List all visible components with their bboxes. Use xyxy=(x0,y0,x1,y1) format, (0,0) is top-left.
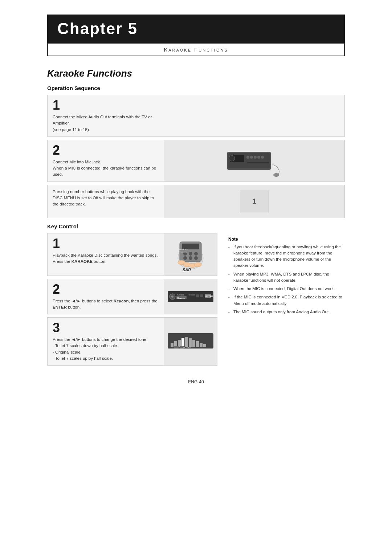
page: Chapter 5 Karaoke Functions Karaoke Func… xyxy=(47,15,345,523)
section-key-control: Key Control xyxy=(47,223,345,229)
key-step-3: 3 Press the ◄/► buttons to change the de… xyxy=(47,317,217,366)
svg-rect-47 xyxy=(196,341,199,347)
note-item-2: When playing MP3, WMA, DTS and LPCM disc… xyxy=(228,271,345,284)
svg-rect-43 xyxy=(181,338,184,347)
svg-rect-40 xyxy=(171,343,173,347)
svg-point-20 xyxy=(194,256,198,260)
key-step-1: 1 Playback the Karaoke Disc containing t… xyxy=(47,233,217,276)
svg-point-8 xyxy=(261,156,264,159)
chapter-subtitle: Karaoke Functions xyxy=(47,43,345,56)
op-step-2: 2 Connect Mic into Mic jack.When a MIC i… xyxy=(47,140,345,182)
page-number: ENG-40 xyxy=(47,379,345,384)
note-list: If you hear feedback(squealing or howlin… xyxy=(228,244,345,315)
svg-rect-9 xyxy=(247,162,269,163)
svg-text:SUBTITLE: SUBTITLE xyxy=(180,251,187,253)
tone-illustration: RETURN xyxy=(167,321,214,362)
section-operation-sequence: Operation Sequence xyxy=(47,85,345,91)
svg-point-16 xyxy=(189,252,192,256)
two-column-layout: 1 Playback the Karaoke Disc containing t… xyxy=(47,233,345,369)
op-step-2-image xyxy=(164,140,344,182)
number-illustration: 1 xyxy=(167,188,342,215)
note-item-4: If the MIC is connected in VCD 2.0, Play… xyxy=(228,294,345,307)
svg-point-4 xyxy=(246,156,249,159)
svg-point-3 xyxy=(229,155,235,161)
op-step-1: 1 Connect the Mixed Audio Out terminals … xyxy=(47,95,345,137)
svg-point-26 xyxy=(194,262,201,267)
svg-point-5 xyxy=(250,156,253,159)
svg-rect-46 xyxy=(192,340,195,347)
svg-text:Keycon: Keycon xyxy=(177,297,185,299)
svg-point-17 xyxy=(194,252,198,256)
svg-text:Request: Request xyxy=(188,294,195,296)
svg-text:ENTER: ENTER xyxy=(205,295,213,297)
svg-text:RETURN: RETURN xyxy=(183,346,191,349)
key-step-3-left: 3 Press the ◄/► buttons to change the de… xyxy=(48,318,164,365)
key-step-2-left: 2 Press the ◄/► buttons to select Keycon… xyxy=(48,279,164,314)
svg-point-10 xyxy=(273,173,279,177)
svg-point-7 xyxy=(257,156,260,159)
svg-text:KARAOKE: KARAOKE xyxy=(179,248,188,250)
key-step-3-image: RETURN xyxy=(164,318,217,365)
key-step-1-text: Playback the Karaoke Disc containing the… xyxy=(53,252,159,265)
svg-rect-45 xyxy=(189,338,192,347)
svg-text:Keycon: Keycon xyxy=(177,294,184,296)
chapter-title: Chapter 5 xyxy=(47,15,345,43)
svg-rect-42 xyxy=(178,340,181,347)
svg-point-6 xyxy=(254,156,257,159)
remote-hand-illustration: KARAOKE SUBTITLE SAR xyxy=(167,236,214,273)
svg-rect-49 xyxy=(203,344,206,347)
svg-point-18 xyxy=(183,256,187,260)
svg-point-19 xyxy=(189,256,192,260)
key-step-2-image: Keycon Keycon Request ENTER xyxy=(164,279,217,314)
left-column: 1 Playback the Karaoke Disc containing t… xyxy=(47,233,217,369)
op-step-3-text: Pressing number buttons while playing ba… xyxy=(53,189,159,208)
op-step-3: Pressing number buttons while playing ba… xyxy=(47,185,345,218)
svg-rect-44 xyxy=(185,337,188,347)
svg-rect-50 xyxy=(174,346,179,349)
op-step-1-text: Connect the Mixed Audio Out terminals wi… xyxy=(53,114,159,133)
svg-rect-35 xyxy=(196,294,199,297)
svg-rect-41 xyxy=(174,341,177,347)
svg-rect-36 xyxy=(200,294,203,297)
key-step-1-number: 1 xyxy=(53,237,159,250)
note-section: Note If you hear feedback(squealing or h… xyxy=(228,237,345,315)
op-step-2-number: 2 xyxy=(53,144,159,157)
dvd-mic-illustration xyxy=(167,143,342,179)
op-step-2-text: Connect Mic into Mic jack.When a MIC is … xyxy=(53,159,159,178)
note-item-3: When the MIC is connected, Digital Out d… xyxy=(228,286,345,292)
main-title: Karaoke Functions xyxy=(47,68,345,79)
op-step-2-left: 2 Connect Mic into Mic jack.When a MIC i… xyxy=(48,140,164,182)
svg-point-30 xyxy=(171,296,173,298)
key-step-3-text: Press the ◄/► buttons to change the desi… xyxy=(53,337,159,362)
op-step-3-image: 1 xyxy=(164,185,344,218)
right-column: Note If you hear feedback(squealing or h… xyxy=(228,233,345,369)
op-step-1-left: 1 Connect the Mixed Audio Out terminals … xyxy=(48,95,164,136)
op-step-1-number: 1 xyxy=(53,99,159,112)
op-step-3-left: Pressing number buttons while playing ba… xyxy=(48,185,164,218)
svg-rect-48 xyxy=(200,343,203,347)
number-display: 1 xyxy=(240,191,269,212)
key-step-2-number: 2 xyxy=(53,283,159,296)
keycon-illustration: Keycon Keycon Request ENTER xyxy=(167,282,214,311)
note-title: Note xyxy=(228,237,345,242)
key-step-2-text: Press the ◄/► buttons to select Keycon, … xyxy=(53,298,159,311)
chapter-header: Chapter 5 Karaoke Functions xyxy=(47,15,345,56)
svg-text:SAR: SAR xyxy=(183,268,191,272)
note-item-5: The MIC sound outputs only from Analog A… xyxy=(228,309,345,315)
key-step-2: 2 Press the ◄/► buttons to select Keycon… xyxy=(47,279,217,315)
key-step-1-left: 1 Playback the Karaoke Disc containing t… xyxy=(48,233,164,276)
key-step-3-number: 3 xyxy=(53,321,159,334)
key-step-1-image: KARAOKE SUBTITLE SAR xyxy=(164,233,217,276)
note-item-1: If you hear feedback(squealing or howlin… xyxy=(228,244,345,269)
